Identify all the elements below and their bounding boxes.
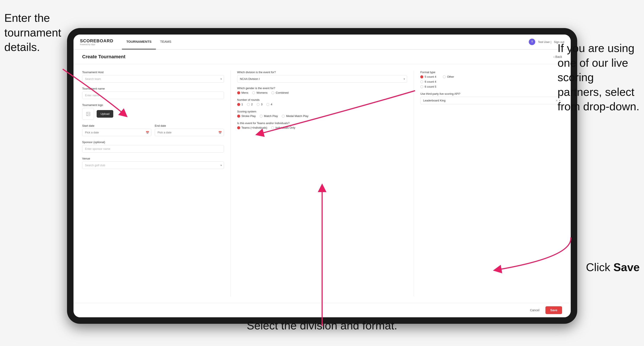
format-group: Format type 5 count 4 6 count 4 [420, 71, 562, 88]
host-group: Tournament Host [82, 71, 224, 83]
form-mid-col: Which division is the event for? NCAA Di… [237, 71, 407, 296]
rounds-group: Number of rounds 1 2 [237, 98, 407, 106]
venue-label: Venue [82, 157, 224, 160]
annotation-enter-details: Enter the tournament details. [4, 11, 65, 55]
format-5count4-label: 5 count 4 [424, 75, 436, 78]
nav-bar: SCOREBOARD Powered by clippi TOURNAMENTS… [74, 34, 571, 50]
svg-point-1 [87, 113, 88, 114]
radio-stroke-circle [237, 115, 240, 118]
format-radio-group: 5 count 4 6 count 4 6 count 5 [420, 75, 436, 88]
gender-combined-label: Combined [276, 91, 288, 94]
col-divider-1 [230, 71, 231, 296]
scoring-medal-label: Medal Match Play [286, 114, 308, 118]
upload-button[interactable]: Upload [97, 110, 113, 118]
rounds-3-label: 3 [261, 103, 262, 106]
gender-radio-row: Mens Womens Combined [237, 91, 407, 94]
third-party-input-wrapper: ✕ ▾ [420, 97, 562, 104]
host-select-wrapper [82, 75, 224, 83]
division-select[interactable]: NCAA Division I [237, 75, 407, 83]
radio-womens-circle [252, 91, 255, 94]
division-group: Which division is the event for? NCAA Di… [237, 71, 407, 83]
content-header: Create Tournament ‹ Back [74, 50, 571, 64]
scoring-medal[interactable]: Medal Match Play [282, 114, 308, 118]
tournament-name-input[interactable] [82, 92, 224, 99]
form-area: Tournament Host Tournament name Tourname… [74, 64, 571, 303]
nav-link-teams[interactable]: TEAMS [156, 34, 176, 49]
venue-group: Venue [82, 157, 224, 169]
save-button[interactable]: Save [546, 306, 562, 314]
tablet-frame: SCOREBOARD Powered by clippi TOURNAMENTS… [67, 28, 577, 324]
scoring-match[interactable]: Match Play [260, 114, 278, 118]
rounds-4[interactable]: 4 [266, 103, 272, 106]
logo-upload-area: Upload [82, 108, 224, 120]
rounds-2-label: 2 [251, 103, 253, 106]
end-date-label: End date [155, 124, 224, 127]
gender-group: Which gender is the event for? Mens Wome… [237, 87, 407, 94]
event-individuals[interactable]: Individuals Only [271, 126, 295, 129]
third-party-label: Use third-party live scoring API? [420, 92, 562, 95]
scoring-radio-row: Stroke Play Match Play Medal Match Play [237, 114, 407, 118]
sponsor-input[interactable] [82, 145, 224, 153]
logo-sub: Powered by clippi [80, 43, 113, 45]
third-party-group: Use third-party live scoring API? ✕ ▾ [420, 92, 562, 104]
scoring-label: Scoring system [237, 110, 407, 113]
gender-mens[interactable]: Mens [237, 91, 248, 94]
format-label: Format type [420, 71, 562, 74]
gender-womens[interactable]: Womens [252, 91, 268, 94]
rounds-2[interactable]: 2 [247, 103, 253, 106]
third-party-api-input[interactable] [420, 97, 562, 104]
venue-select-wrapper [82, 162, 224, 169]
nav-link-tournaments[interactable]: TOURNAMENTS [122, 34, 156, 49]
end-date-wrap: 📅 [155, 129, 224, 136]
event-individuals-label: Individuals Only [276, 126, 295, 129]
date-row: Start date 📅 End date 📅 [82, 124, 224, 136]
sponsor-label: Sponsor (optional) [82, 141, 224, 144]
radio-rounds-4-circle [266, 103, 269, 106]
radio-rounds-2-circle [247, 103, 250, 106]
format-other[interactable]: Other [443, 75, 454, 78]
event-type-radio-row: Teams (+Individuals) Individuals Only [237, 126, 407, 129]
format-6count5[interactable]: 6 count 5 [420, 85, 436, 88]
format-options-area: 5 count 4 6 count 4 6 count 5 [420, 75, 562, 88]
end-date-group: End date 📅 [155, 124, 224, 136]
end-date-input[interactable] [155, 129, 224, 136]
start-date-wrap: 📅 [82, 129, 151, 136]
name-group: Tournament name [82, 87, 224, 99]
rounds-3[interactable]: 3 [256, 103, 262, 106]
rounds-1-label: 1 [242, 103, 243, 106]
cancel-button[interactable]: Cancel [526, 306, 543, 314]
radio-6count5-circle [420, 85, 423, 88]
radio-medal-circle [282, 115, 285, 118]
sponsor-group: Sponsor (optional) [82, 141, 224, 153]
event-type-label: Is this event for Teams and/or Individua… [237, 122, 407, 125]
user-avatar: T [529, 39, 535, 45]
event-teams[interactable]: Teams (+Individuals) [237, 126, 268, 129]
rounds-1[interactable]: 1 [237, 103, 243, 106]
form-right-col: Format type 5 count 4 6 count 4 [420, 71, 562, 296]
search-golf-club-input[interactable] [82, 162, 224, 169]
radio-individuals-circle [271, 126, 274, 129]
scoring-stroke[interactable]: Stroke Play [237, 114, 256, 118]
scoring-match-label: Match Play [264, 114, 278, 118]
start-date-input[interactable] [82, 129, 151, 136]
annotation-click-save: Click Save [586, 260, 640, 275]
division-label: Which division is the event for? [237, 71, 407, 74]
page-title: Create Tournament [82, 54, 126, 60]
logo-label: Tournament logo [82, 103, 224, 107]
radio-teams-circle [237, 126, 240, 129]
format-6count4[interactable]: 6 count 4 [420, 80, 436, 83]
search-team-input[interactable] [82, 75, 224, 83]
nav-links: TOURNAMENTS TEAMS [122, 34, 176, 49]
event-teams-label: Teams (+Individuals) [242, 126, 268, 129]
gender-combined[interactable]: Combined [271, 91, 288, 94]
tablet-screen: SCOREBOARD Powered by clippi TOURNAMENTS… [74, 34, 571, 317]
rounds-label: Number of rounds [237, 98, 407, 101]
scoring-group: Scoring system Stroke Play Match Play [237, 110, 407, 118]
name-label: Tournament name [82, 87, 224, 90]
format-5count4[interactable]: 5 count 4 [420, 75, 436, 78]
calendar-icon-start: 📅 [146, 131, 149, 134]
radio-mens-circle [237, 91, 240, 94]
division-select-wrapper: NCAA Division I [237, 75, 407, 83]
start-date-group: Start date 📅 [82, 124, 151, 136]
logo-area: SCOREBOARD Powered by clippi [80, 38, 113, 45]
